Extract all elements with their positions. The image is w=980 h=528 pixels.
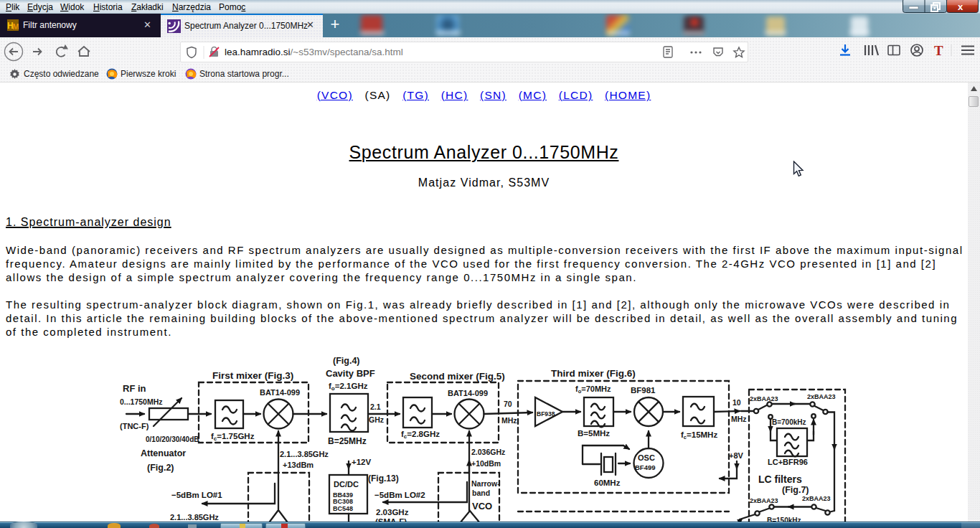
svg-text:2.1...3.85GHz: 2.1...3.85GHz [170,513,219,522]
svg-text:0...1750MHz: 0...1750MHz [120,397,163,406]
svg-text:BF938: BF938 [537,410,555,418]
svg-text:B=5MHz: B=5MHz [578,429,610,438]
svg-text:B=25MHz: B=25MHz [328,436,367,446]
svg-text:BC308: BC308 [333,498,353,505]
svg-text:10: 10 [732,398,741,407]
svg-text:+8V: +8V [729,451,744,460]
svg-text:Third mixer (Fig.6): Third mixer (Fig.6) [551,368,636,379]
svg-text:(Fig.13): (Fig.13) [368,473,399,484]
svg-text:fo=70MHz: fo=70MHz [575,385,611,395]
svg-text:OSC: OSC [638,453,655,462]
svg-text:BF981: BF981 [631,386,656,395]
svg-text:(Fig.2): (Fig.2) [147,463,174,473]
svg-text:2xBAA23: 2xBAA23 [807,393,836,400]
svg-text:DC/DC: DC/DC [334,480,359,489]
svg-text:(TNC-F): (TNC-F) [120,422,149,430]
svg-text:0/10/20/30/40dB: 0/10/20/30/40dB [146,435,199,443]
svg-text:B=700kHz: B=700kHz [772,418,806,426]
svg-text:2xBAA23: 2xBAA23 [802,495,831,502]
svg-text:LC filters: LC filters [758,473,802,485]
svg-text:fc=15MHz: fc=15MHz [681,430,717,440]
svg-text:(Fig.4): (Fig.4) [333,356,360,366]
svg-text:60MHz: 60MHz [594,478,621,487]
svg-text:Second mixer (Fig.5): Second mixer (Fig.5) [410,371,505,382]
svg-text:fc=1.75GHz: fc=1.75GHz [211,432,255,442]
svg-text:RF in: RF in [123,383,146,394]
svg-text:MHz: MHz [501,416,517,425]
svg-text:GHz: GHz [369,415,384,424]
svg-text:2xBAA23: 2xBAA23 [750,395,778,402]
svg-text:70: 70 [504,400,512,408]
svg-text:x: x [958,1,963,12]
svg-text:MHz: MHz [731,415,747,423]
svg-text:+12V: +12V [352,458,372,466]
svg-text:fc=2.8GHz: fc=2.8GHz [401,430,440,440]
svg-text:BF499: BF499 [635,463,656,471]
svg-text:−5dBm LO#1: −5dBm LO#1 [171,491,222,499]
svg-text:VCO: VCO [472,501,492,512]
svg-text:Narrow-: Narrow- [471,479,500,488]
svg-text:First mixer (Fig.3): First mixer (Fig.3) [212,370,293,381]
svg-text:(Fig.7): (Fig.7) [782,485,809,495]
svg-text:T: T [934,43,943,58]
svg-text:2.036GHz: 2.036GHz [471,448,505,456]
svg-text:2.1: 2.1 [370,402,381,411]
svg-text:BAT14-099: BAT14-099 [448,389,488,397]
svg-text:BAT14-099: BAT14-099 [260,388,300,397]
svg-text:LC+BFR96: LC+BFR96 [768,458,808,466]
svg-text:Attenuator: Attenuator [141,448,186,458]
svg-text:fo=2.1GHz: fo=2.1GHz [329,382,368,392]
svg-text:−5dBm LO#2: −5dBm LO#2 [374,491,425,499]
svg-text:2.03GHz: 2.03GHz [376,508,409,517]
svg-text:+10dBm: +10dBm [471,459,501,468]
svg-text:BC548: BC548 [333,505,353,512]
svg-text:+13dBm: +13dBm [283,461,314,469]
svg-text:Cavity BPF: Cavity BPF [326,368,375,379]
svg-text:2xBAA23: 2xBAA23 [750,497,778,504]
svg-text:M: M [13,22,19,31]
svg-text:2.1...3.85GHz: 2.1...3.85GHz [280,450,329,458]
svg-text:band: band [472,489,490,497]
